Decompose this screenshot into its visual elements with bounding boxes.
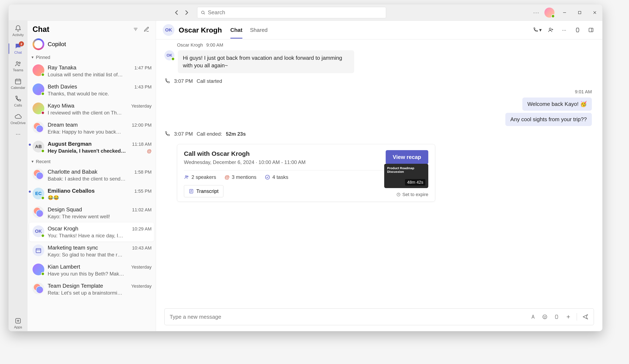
search-input[interactable] bbox=[208, 9, 383, 16]
message-bubble[interactable]: Hi guys! I just got back from vacation a… bbox=[178, 50, 354, 73]
avatar: EC bbox=[32, 188, 44, 199]
rail-calls-label: Calls bbox=[14, 103, 22, 107]
send-button[interactable] bbox=[581, 313, 590, 321]
chat-item-marketing-sync[interactable]: Marketing team sync10:43 AMKayo: So glad… bbox=[27, 242, 156, 261]
rail-teams[interactable]: Teams bbox=[10, 59, 26, 74]
rail-activity-label: Activity bbox=[12, 33, 24, 37]
search-box[interactable] bbox=[197, 7, 386, 18]
apps-icon bbox=[14, 317, 22, 324]
message-bubble[interactable]: Welcome back Kayo! 🥳 bbox=[522, 97, 592, 111]
message-composer[interactable] bbox=[164, 308, 594, 325]
svg-point-26 bbox=[187, 176, 188, 177]
emoji-icon[interactable] bbox=[541, 313, 549, 321]
profile-avatar[interactable] bbox=[544, 7, 554, 18]
cloud-icon bbox=[14, 113, 22, 120]
tab-shared[interactable]: Shared bbox=[250, 25, 268, 35]
svg-point-27 bbox=[265, 175, 270, 179]
svg-point-34 bbox=[544, 316, 544, 317]
calendar-icon bbox=[35, 247, 42, 254]
chat-badge: 2 bbox=[19, 41, 24, 46]
caret-down-icon: ▼ bbox=[31, 160, 34, 164]
speakers-count: 2 speakers bbox=[184, 174, 216, 180]
chat-item-emiliano-ceballos[interactable]: EC Emiliano Ceballos1:55 PM😂😂 bbox=[27, 185, 156, 203]
rail-more[interactable]: ··· bbox=[10, 129, 26, 139]
people-icon bbox=[14, 60, 22, 67]
conversation-header: OK Oscar Krogh Chat Shared ▾ ··· bbox=[156, 21, 602, 39]
people-icon bbox=[184, 175, 189, 180]
composer-input[interactable] bbox=[170, 314, 525, 320]
transcript-button[interactable]: Transcript bbox=[184, 185, 223, 197]
copilot-icon bbox=[32, 38, 44, 50]
call-recap-card: Call with Oscar Krogh Wednesday, Decembe… bbox=[177, 144, 435, 202]
avatar bbox=[32, 245, 44, 256]
section-recent[interactable]: ▼ Recent bbox=[27, 157, 156, 166]
msg-avatar: OK bbox=[164, 50, 174, 60]
phone-icon bbox=[14, 95, 22, 102]
rail-apps-label: Apps bbox=[14, 325, 22, 329]
tasks-count: 4 tasks bbox=[265, 174, 288, 180]
add-people-button[interactable] bbox=[546, 25, 555, 35]
mentions-count: @3 mentions bbox=[224, 174, 256, 180]
section-pinned[interactable]: ▼ Pinned bbox=[27, 53, 156, 61]
chat-item-kayo-miwa[interactable]: Kayo MiwaYesterdayI reviewed with the cl… bbox=[27, 99, 156, 119]
new-chat-icon[interactable] bbox=[142, 25, 151, 34]
copilot-sidebar-icon[interactable] bbox=[573, 25, 582, 35]
contact-name: Oscar Krogh bbox=[179, 26, 222, 34]
tab-chat[interactable]: Chat bbox=[230, 25, 242, 35]
message-bubble[interactable]: Any cool sights from your trip?? bbox=[505, 113, 592, 126]
minimize-button[interactable] bbox=[560, 7, 570, 18]
chat-item-dream-team[interactable]: Dream team12:00 PMErika: Happy to have y… bbox=[27, 119, 156, 138]
nav-forward-icon[interactable] bbox=[182, 8, 191, 17]
chat-item-team-design-template[interactable]: Team Design TemplateYesterdayReta: Let's… bbox=[27, 280, 156, 299]
conversation-body: Oscar Krogh 9:00 AM OK Hi guys! I just g… bbox=[156, 39, 602, 306]
recording-thumbnail[interactable]: Product Roadmap Discussion 48m 42s bbox=[384, 164, 428, 188]
bell-icon bbox=[14, 25, 22, 32]
rail-chat[interactable]: 2 Chat bbox=[10, 41, 26, 56]
unread-dot bbox=[29, 144, 31, 146]
rail-chat-label: Chat bbox=[14, 51, 22, 55]
expire-notice: Set to expire bbox=[396, 192, 428, 197]
mention-icon: @ bbox=[224, 174, 229, 180]
svg-point-20 bbox=[549, 28, 551, 30]
svg-point-7 bbox=[19, 62, 20, 64]
svg-point-33 bbox=[543, 315, 547, 319]
rail-teams-label: Teams bbox=[13, 68, 23, 72]
settings-more-icon[interactable]: ··· bbox=[533, 9, 539, 16]
filter-icon[interactable] bbox=[132, 25, 140, 34]
chat-item-august-bergman[interactable]: AB August Bergman11:18 AMHey Daniela, I … bbox=[27, 138, 156, 157]
chat-list-title: Chat bbox=[32, 25, 129, 34]
call-button[interactable]: ▾ bbox=[533, 25, 542, 35]
copilot-compose-icon[interactable] bbox=[552, 313, 561, 321]
message-incoming: OK Hi guys! I just got back from vacatio… bbox=[164, 50, 594, 73]
svg-rect-23 bbox=[589, 28, 593, 32]
copilot-item[interactable]: Copilot bbox=[27, 36, 156, 53]
open-panel-icon[interactable] bbox=[586, 25, 596, 35]
chat-item-design-squad[interactable]: Design Squad11:02 AMKayo: The review wen… bbox=[27, 203, 156, 222]
chat-item-kian-lambert[interactable]: Kian LambertYesterdayHave you run this b… bbox=[27, 261, 156, 280]
maximize-button[interactable] bbox=[575, 7, 585, 18]
rail-calendar[interactable]: Calendar bbox=[10, 76, 26, 92]
section-pinned-label: Pinned bbox=[36, 55, 50, 60]
chat-item-ray-tanaka[interactable]: Ray Tanaka1:47 PMLouisa will send the in… bbox=[27, 61, 156, 81]
chat-item-oscar-krogh[interactable]: OK Oscar Krogh10:29 AMYou: Thanks! Have … bbox=[29, 222, 154, 242]
avatar bbox=[32, 206, 44, 218]
chat-item-charlotte-babak[interactable]: Charlotte and Babak1:58 PMBabak: I asked… bbox=[27, 166, 156, 185]
chat-item-beth-davies[interactable]: Beth Davies1:43 PMThanks, that would be … bbox=[27, 81, 156, 99]
rail-activity[interactable]: Activity bbox=[10, 23, 26, 39]
rail-calls[interactable]: Calls bbox=[10, 94, 26, 109]
rail-onedrive[interactable]: OneDrive bbox=[10, 111, 26, 127]
clock-icon bbox=[396, 192, 401, 197]
close-button[interactable] bbox=[590, 7, 600, 18]
rail-apps[interactable]: Apps bbox=[10, 316, 26, 331]
nav-back-icon[interactable] bbox=[172, 8, 181, 17]
contact-avatar[interactable]: OK bbox=[163, 24, 174, 36]
avatar: OK bbox=[32, 225, 44, 237]
msg-author: Oscar Krogh bbox=[177, 42, 203, 48]
chat-list: Chat Copilot ▼ Pinned Ray Tanaka1:47 PML… bbox=[27, 21, 156, 331]
transcript-icon bbox=[189, 189, 194, 194]
more-actions-button[interactable]: ··· bbox=[560, 25, 569, 35]
copilot-label: Copilot bbox=[48, 41, 66, 48]
view-recap-button[interactable]: View recap bbox=[386, 150, 428, 164]
add-attachment-icon[interactable] bbox=[564, 313, 573, 321]
format-icon[interactable] bbox=[529, 313, 537, 321]
